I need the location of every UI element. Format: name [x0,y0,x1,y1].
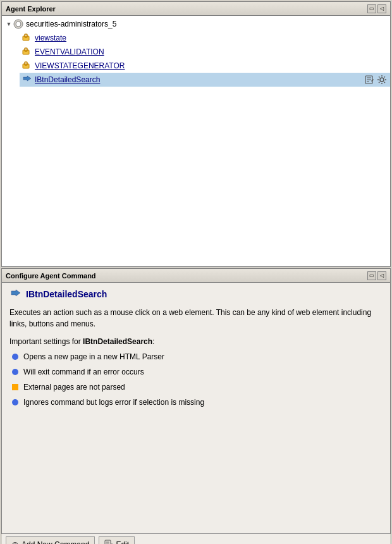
explorer-content: ▼ securities-administrators_5 viewsta [2,16,390,266]
important-heading: Important settings for IBtnDetailedSearc… [9,337,383,346]
setting-item-3: Ignores command but logs error if select… [12,398,383,407]
agent-explorer-panel: Agent Explorer ▭ ◁ ▼ securities-administ… [1,1,391,267]
tree-item-viewstate[interactable]: viewstate [20,31,390,45]
add-new-command-button[interactable]: ⊕ Add New Command [6,536,95,544]
add-new-command-label: Add New Command [21,540,89,544]
setting-text-0: Opens a new page in a new HTML Parser [23,352,164,361]
configure-panel-header: Configure Agent Command ▭ ◁ [2,269,390,283]
configure-title-row: IBtnDetailedSearch [9,288,383,300]
configure-pin-button[interactable]: ◁ [377,271,386,280]
configure-minimize-button[interactable]: ▭ [367,271,376,280]
add-icon: ⊕ [11,540,19,544]
tree-item-ibtndetailedsearch[interactable]: IBtnDetailedSearch [20,73,390,87]
link-icon-eventvalidation [22,47,32,57]
edit-button[interactable]: Edit [99,536,135,544]
description-text: Executes an action such as a mouse click… [9,307,383,330]
edit-label: Edit [116,540,129,544]
settings-command-icon[interactable] [376,74,388,85]
tree-item-actions [364,74,388,85]
edit-pencil-icon [104,540,113,545]
tree-label-eventvalidation: EVENTVALIDATION [35,47,104,56]
setting-text-3: Ignores command but logs error if select… [23,398,204,407]
setting-item-1: Will exit command if an error occurs [12,368,383,376]
setting-text-2: External pages are not parsed [23,383,125,392]
panel-controls: ▭ ◁ [367,4,386,13]
tree-root-item[interactable]: ▼ securities-administrators_5 [2,17,390,31]
minimize-button[interactable]: ▭ [367,4,376,13]
link-icon-viewstategenerator [22,61,32,71]
toggle-expand-icon: ▼ [4,20,13,28]
configure-command-icon [9,288,22,300]
svg-point-12 [380,78,384,82]
child-items-container: viewstate EVENTVALIDATION [2,31,390,87]
bottom-toolbar: ⊕ Add New Command Edit [2,533,390,544]
link-icon-viewstate [22,33,32,43]
agent-explorer-title: Agent Explorer [6,5,56,13]
svg-rect-2 [23,36,29,40]
pin-button[interactable]: ◁ [377,4,386,13]
configure-content: IBtnDetailedSearch Executes an action su… [2,283,390,533]
svg-rect-6 [23,64,29,68]
tree-label-viewstategenerator: VIEWSTATEGENERATOR [35,61,125,70]
bullet-2 [12,384,18,390]
important-heading-suffix: : [152,337,154,346]
tree-label-viewstate: viewstate [35,34,66,42]
root-node-label: securities-administrators_5 [26,20,116,28]
bullet-1 [12,369,18,375]
important-heading-prefix: Important settings for [9,337,83,346]
settings-list: Opens a new page in a new HTML Parser Wi… [9,352,383,413]
important-heading-target: IBtnDetailedSearch [83,337,152,346]
configure-command-name: IBtnDetailedSearch [26,289,107,299]
tree-item-viewstategenerator[interactable]: VIEWSTATEGENERATOR [20,59,390,73]
setting-item-2: External pages are not parsed [12,383,383,392]
tree-item-eventvalidation[interactable]: EVENTVALIDATION [20,45,390,59]
agent-explorer-header: Agent Explorer ▭ ◁ [2,2,390,16]
bullet-3 [12,399,18,405]
svg-rect-4 [23,50,29,54]
bullet-0 [12,354,18,360]
link-icon-ibtndetailedsearch [22,75,32,85]
setting-item-0: Opens a new page in a new HTML Parser [12,352,383,361]
svg-point-1 [16,22,21,27]
tree-label-ibtndetailedsearch: IBtnDetailedSearch [35,75,100,84]
configure-agent-command-panel: Configure Agent Command ▭ ◁ IBtnDetailed… [1,268,391,534]
edit-command-icon[interactable] [364,74,375,85]
root-node-icon [13,19,23,29]
configure-panel-title: Configure Agent Command [6,272,96,280]
setting-text-1: Will exit command if an error occurs [23,368,144,376]
configure-panel-controls: ▭ ◁ [367,271,386,280]
